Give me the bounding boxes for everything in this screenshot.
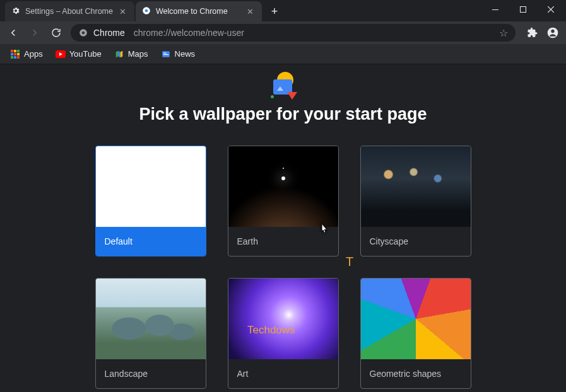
wallpaper-card-landscape[interactable]: Landscape <box>95 278 206 389</box>
youtube-icon <box>56 49 66 59</box>
svg-rect-2 <box>492 9 498 10</box>
wallpaper-label: Landscape <box>96 359 206 388</box>
svg-point-7 <box>551 30 554 33</box>
wallpaper-thumb <box>228 146 338 227</box>
site-info-icon[interactable] <box>78 28 88 38</box>
bookmark-star-icon[interactable]: ☆ <box>499 27 508 39</box>
tab-title: Welcome to Chrome <box>156 7 240 16</box>
toolbar: Chrome chrome://welcome/new-user ☆ <box>0 21 566 44</box>
bookmark-label: Maps <box>128 49 148 59</box>
wallpaper-label: Geometric shapes <box>361 359 471 388</box>
wallpaper-card-cityscape[interactable]: Cityscape <box>360 146 471 257</box>
bookmark-maps[interactable]: Maps <box>109 47 153 62</box>
maps-icon <box>114 49 124 59</box>
bookmark-label: Apps <box>24 49 43 59</box>
tab-title: Settings – About Chrome <box>25 7 113 16</box>
reload-button[interactable] <box>47 23 66 42</box>
tab-settings-about-chrome[interactable]: Settings – About Chrome ✕ <box>5 1 134 21</box>
wallpaper-thumb <box>96 146 206 227</box>
address-bar[interactable]: Chrome chrome://welcome/new-user ☆ <box>71 24 516 42</box>
wallpaper-label: Art <box>228 359 338 388</box>
url-host: Chrome <box>93 28 125 38</box>
profile-button[interactable] <box>543 23 562 42</box>
wallpaper-thumb <box>96 279 206 359</box>
wallpaper-thumb <box>361 279 471 359</box>
chrome-icon <box>142 6 151 17</box>
bookmarks-bar: Apps YouTube Maps News <box>0 44 566 64</box>
extensions-button[interactable] <box>523 23 542 42</box>
apps-icon <box>10 49 20 59</box>
minimize-button[interactable] <box>481 0 509 19</box>
new-tab-button[interactable]: + <box>266 3 283 20</box>
window-controls <box>481 0 565 19</box>
titlebar: Settings – About Chrome ✕ Welcome to Chr… <box>0 0 566 21</box>
wallpaper-grid: Default Earth Cityscape Landscape Art Ge… <box>0 146 566 389</box>
wallpaper-thumb <box>361 146 471 227</box>
bookmark-apps[interactable]: Apps <box>5 47 48 62</box>
wallpaper-thumb <box>228 279 338 359</box>
tab-welcome-to-chrome[interactable]: Welcome to Chrome ✕ <box>136 1 262 21</box>
page-title: Pick a wallpaper for your start page <box>0 105 566 124</box>
watermark-brand: Techdows <box>247 324 295 337</box>
wallpaper-card-geometric[interactable]: Geometric shapes <box>360 278 471 389</box>
svg-rect-11 <box>163 54 168 55</box>
svg-rect-10 <box>163 52 166 53</box>
bookmark-label: YouTube <box>69 49 102 59</box>
svg-rect-3 <box>521 7 526 13</box>
back-button[interactable] <box>4 23 23 42</box>
maximize-button[interactable] <box>509 0 537 19</box>
forward-button[interactable] <box>25 23 44 42</box>
wallpaper-label: Default <box>96 227 206 256</box>
wallpaper-label: Cityscape <box>361 227 471 256</box>
page-content: Pick a wallpaper for your start page Def… <box>0 64 566 392</box>
svg-point-5 <box>82 32 85 35</box>
gear-icon <box>11 6 20 17</box>
bookmark-youtube[interactable]: YouTube <box>50 47 107 62</box>
bookmark-news[interactable]: News <box>156 47 201 62</box>
close-window-button[interactable] <box>537 0 565 19</box>
wallpaper-hero-icon <box>268 73 298 98</box>
tab-strip: Settings – About Chrome ✕ Welcome to Chr… <box>0 0 481 21</box>
wallpaper-label: Earth <box>228 227 338 256</box>
svg-point-1 <box>145 9 148 12</box>
wallpaper-card-default[interactable]: Default <box>95 146 206 257</box>
close-tab-icon[interactable]: ✕ <box>245 6 256 16</box>
news-icon <box>161 49 171 59</box>
watermark-letter: T <box>346 255 353 269</box>
wallpaper-card-earth[interactable]: Earth <box>228 146 339 257</box>
url-path: chrome://welcome/new-user <box>134 28 244 38</box>
bookmark-label: News <box>175 49 196 59</box>
close-tab-icon[interactable]: ✕ <box>118 6 128 16</box>
